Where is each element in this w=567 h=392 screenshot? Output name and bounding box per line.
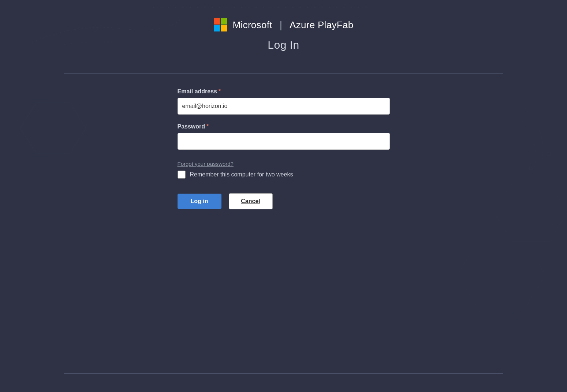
svg-marker-32 [458,238,545,311]
password-input[interactable] [178,133,390,150]
login-button[interactable]: Log in [178,194,221,209]
remember-checkbox[interactable] [178,171,186,179]
forgot-password-link[interactable]: Forgot your password? [178,161,390,167]
email-label: Email address * [178,88,390,95]
microsoft-text: Microsoft [233,19,272,31]
svg-marker-33 [505,271,567,329]
ms-square-blue [214,25,220,31]
page-title: Log In [268,39,299,51]
buttons-row: Log in Cancel [178,193,390,209]
remember-label[interactable]: Remember this computer for two weeks [190,171,293,178]
header-section: Microsoft | Azure PlayFab Log In [214,18,354,51]
email-input[interactable] [178,98,390,115]
password-label: Password * [178,123,390,130]
remember-row: Remember this computer for two weeks [178,171,390,179]
ms-square-green [221,18,227,25]
main-container: Microsoft | Azure PlayFab Log In Email a… [0,0,567,209]
ms-square-red [214,18,220,25]
ms-square-yellow [221,25,227,31]
playfab-text: Azure PlayFab [290,19,353,31]
footer-divider [64,373,503,374]
logo-divider: | [280,19,282,31]
password-required-star: * [206,123,209,130]
email-field-group: Email address * [178,88,390,115]
password-field-group: Password * [178,123,390,150]
login-form: Email address * Password * Forgot your p… [178,88,390,209]
microsoft-logo [214,18,227,31]
logo-row: Microsoft | Azure PlayFab [214,18,354,31]
header-divider [64,73,503,74]
email-required-star: * [219,88,221,95]
cancel-button[interactable]: Cancel [229,193,273,209]
